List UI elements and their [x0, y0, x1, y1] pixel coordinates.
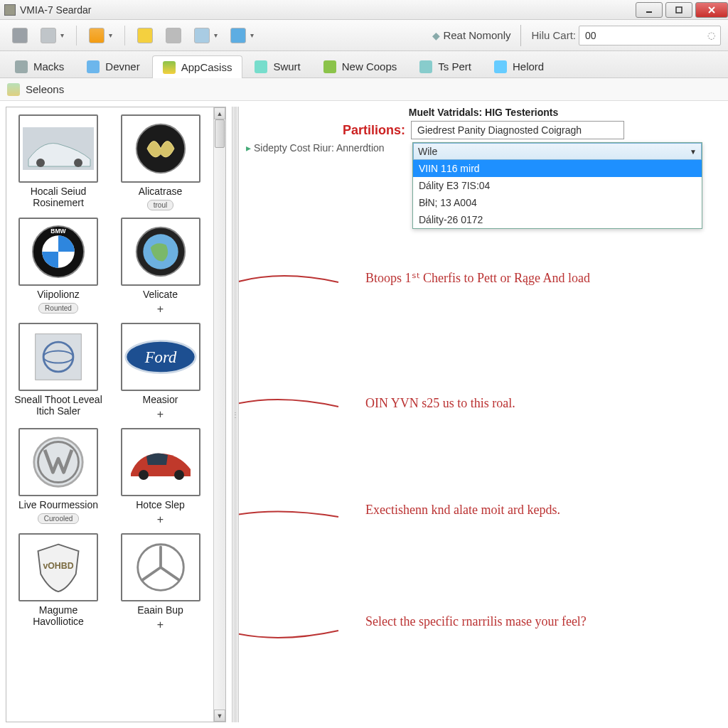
tab-tspert[interactable]: Ts Pert: [409, 55, 482, 77]
plus-icon[interactable]: +: [157, 619, 164, 631]
tab-swurt[interactable]: Swurt: [244, 55, 311, 77]
brand-tile[interactable]: Live RourmessionCurooled: [14, 428, 103, 526]
plus-icon[interactable]: +: [157, 408, 164, 421]
tab-label: Ts Pert: [438, 60, 471, 73]
combo-option[interactable]: BłN; 13 A004: [413, 194, 702, 211]
brand-tile[interactable]: Hocali Seiud Rosinemert: [14, 114, 103, 210]
brand-thumb: Ford: [121, 323, 200, 391]
annotation-4: Select the specific rnarrilis mase your …: [365, 614, 587, 629]
annotation-2: OIN YVN s25 us to this roal.: [365, 396, 515, 411]
toolbar-button-3[interactable]: [84, 25, 117, 46]
combo-option[interactable]: VIIN 116 mird: [413, 160, 702, 177]
brand-tile[interactable]: vOHBDMagume Havolliotice: [14, 533, 103, 631]
plus-icon[interactable]: +: [157, 513, 164, 526]
tab-label: AppCasiss: [181, 61, 232, 73]
toolbar-separator: [124, 26, 125, 46]
brand-label: Alicatrase: [139, 186, 182, 198]
svg-line-2: [709, 7, 714, 13]
combo-list: VIIN 116 mirdDálity E3 7IS:04BłN; 13 A00…: [413, 160, 702, 228]
app-window: VMIA-7 Seardar ◆Reat Nomonly Hilu Cart:: [0, 0, 728, 728]
brand-label: Velicate: [143, 289, 178, 301]
sidebar-panel: Hocali Seiud RosinemertAlicatrasetroulBM…: [6, 107, 226, 722]
brand-label: Magume Havolliotice: [14, 604, 103, 627]
window-title: VMIA-7 Seardar: [20, 4, 91, 16]
plus-icon[interactable]: +: [157, 303, 164, 316]
sub-toolbar: Seleons: [0, 78, 728, 101]
brand-tile[interactable]: FordMeasior+: [116, 323, 205, 421]
tab-label: Helord: [513, 60, 544, 73]
splitter-handle[interactable]: ⋮: [232, 107, 239, 722]
doc-icon: [230, 28, 246, 43]
device-icon: [41, 28, 56, 43]
brand-tile[interactable]: Eaain Bup+: [116, 533, 205, 631]
brand-thumb: [18, 428, 98, 496]
cart-go-icon[interactable]: ◌: [704, 28, 718, 43]
svg-point-6: [74, 159, 82, 167]
panel-header: Muelt Vatridals: HIG Testerionts: [239, 107, 728, 118]
tab-newcoops[interactable]: New Coops: [313, 55, 408, 77]
partilions-field[interactable]: Giedrest Panity Diagnosted Coigragh: [411, 121, 624, 139]
minimize-button[interactable]: [636, 2, 663, 18]
brand-tile[interactable]: Sneall Thoot Leveal Itich Saler: [14, 323, 103, 421]
combo-dropdown: Wile ▼ VIIN 116 mirdDálity E3 7IS:04BłN;…: [412, 142, 702, 229]
maximize-button[interactable]: [665, 2, 692, 18]
brand-subbutton[interactable]: troul: [147, 200, 173, 210]
combo-top[interactable]: Wile ▼: [413, 143, 702, 160]
chevron-down-icon: ▼: [690, 148, 697, 156]
brand-tile[interactable]: Velicate+: [116, 218, 205, 316]
toolbar-button-2[interactable]: [36, 25, 69, 46]
combo-option[interactable]: Dálity E3 7IS:04: [413, 177, 702, 194]
tab-devner[interactable]: Devner: [76, 55, 150, 77]
toolbar-button-1[interactable]: [7, 25, 33, 46]
diamond-icon: ◆: [432, 30, 440, 41]
globe-icon: [194, 28, 210, 43]
toolbar-button-6[interactable]: [189, 25, 223, 46]
share-icon: [494, 60, 507, 73]
brand-subbutton[interactable]: Curooled: [38, 513, 80, 524]
svg-text:vOHBD: vOHBD: [43, 561, 73, 571]
window-controls: [633, 2, 728, 18]
cart-input[interactable]: [579, 26, 721, 46]
brand-label: Hotce Slep: [136, 499, 184, 512]
brand-subbutton[interactable]: Rounted: [38, 303, 78, 314]
toolbar-button-5[interactable]: [161, 25, 186, 46]
partilions-label: Partilions:: [343, 123, 405, 138]
tab-macks[interactable]: Macks: [4, 55, 75, 77]
close-button[interactable]: [695, 2, 728, 18]
svg-rect-1: [676, 7, 682, 13]
toolbar-button-7[interactable]: [225, 25, 259, 46]
brand-thumb: [121, 428, 200, 496]
swurt-icon: [255, 60, 267, 73]
brand-tile[interactable]: BMWViipolionzRounted: [14, 218, 103, 316]
toolbar-separator: [76, 26, 77, 46]
tab-label: Swurt: [273, 60, 300, 73]
brand-label: Eaain Bup: [137, 604, 183, 617]
toolbar-button-4[interactable]: [132, 25, 158, 46]
tab-helord[interactable]: Helord: [483, 55, 555, 77]
brand-label: Sneall Thoot Leveal Itich Saler: [14, 394, 103, 417]
tab-strip: Macks Devner AppCasiss Swurt New Coops T…: [0, 51, 728, 78]
android-icon: [323, 60, 336, 73]
combo-value: Wile: [418, 146, 437, 157]
annotation-3: Exectishenn knd alate moit ard kepds.: [365, 503, 560, 518]
brand-tile[interactable]: Alicatrasetroul: [116, 114, 205, 210]
brand-tile[interactable]: Hotce Slep+: [116, 428, 205, 526]
tab-appcasiss[interactable]: AppCasiss: [152, 55, 243, 78]
folder2-icon: [137, 28, 153, 43]
tab-label: New Coops: [342, 60, 397, 73]
sidebar-scrollbar[interactable]: ▲ ▼: [213, 107, 225, 722]
brand-label: Live Rourmession: [18, 499, 98, 512]
app-icon: [4, 4, 16, 16]
scroll-up-button[interactable]: ▲: [214, 107, 225, 119]
reat-label: ◆Reat Nomonly: [432, 29, 510, 41]
combo-option[interactable]: Dálity-26 0172: [413, 211, 702, 228]
seleons-label: Seleons: [26, 83, 64, 95]
brand-thumb: vOHBD: [18, 533, 98, 601]
svg-text:Ford: Ford: [144, 348, 176, 366]
brand-label: Viipolionz: [37, 289, 80, 301]
scroll-down-button[interactable]: ▼: [214, 710, 225, 722]
body-area: Hocali Seiud RosinemertAlicatrasetroulBM…: [0, 101, 728, 728]
scroll-thumb[interactable]: [215, 119, 225, 148]
brand-thumb: [121, 533, 200, 601]
brand-label: Hocali Seiud Rosinemert: [14, 186, 103, 208]
